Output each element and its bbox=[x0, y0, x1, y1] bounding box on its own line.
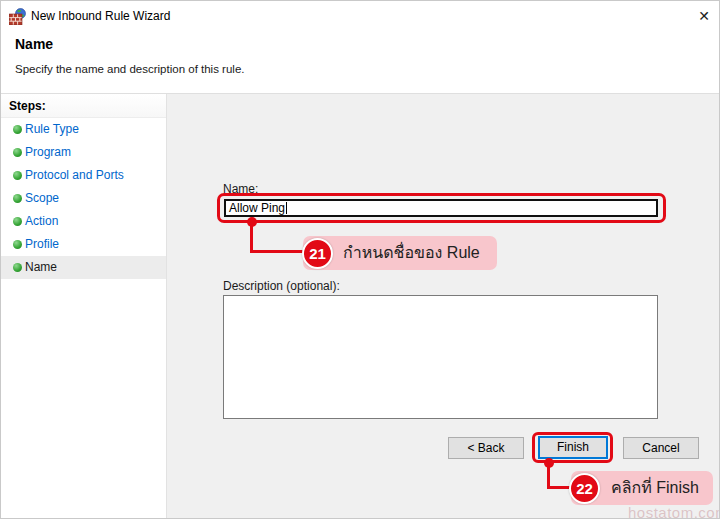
step-bullet-icon bbox=[13, 171, 22, 180]
finish-button[interactable]: Finish bbox=[538, 436, 608, 459]
sidebar-item-protocol-and-ports[interactable]: Protocol and Ports bbox=[1, 164, 166, 187]
sidebar-item-label: Protocol and Ports bbox=[25, 164, 124, 187]
step-bullet-icon bbox=[13, 194, 22, 203]
step-bullet-icon bbox=[13, 125, 22, 134]
description-textarea[interactable] bbox=[223, 295, 658, 419]
description-field-label: Description (optional): bbox=[223, 279, 340, 293]
step-bullet-icon bbox=[13, 240, 22, 249]
sidebar-item-label: Action bbox=[25, 210, 58, 233]
sidebar-item-action[interactable]: Action bbox=[1, 210, 166, 233]
sidebar-item-label: Program bbox=[25, 141, 71, 164]
annotation-connector-line-21 bbox=[250, 250, 305, 253]
name-input[interactable]: Allow Ping bbox=[224, 199, 658, 217]
sidebar-item-label: Rule Type bbox=[25, 118, 79, 141]
sidebar-item-label: Scope bbox=[25, 187, 59, 210]
callout-21-badge: 21 bbox=[302, 238, 333, 269]
page-subtitle: Specify the name and description of this… bbox=[15, 63, 245, 75]
firewall-icon bbox=[9, 8, 27, 25]
new-inbound-rule-wizard-window: New Inbound Rule Wizard ✕ Name Specify t… bbox=[0, 0, 720, 519]
callout-22-badge: 22 bbox=[569, 473, 600, 504]
step-bullet-icon bbox=[13, 263, 22, 272]
sidebar-item-program[interactable]: Program bbox=[1, 141, 166, 164]
steps-sidebar: Steps: Rule Type Program Protocol and Po… bbox=[1, 94, 167, 519]
close-icon[interactable]: ✕ bbox=[691, 5, 717, 27]
sidebar-item-label: Name bbox=[25, 256, 57, 279]
step-bullet-icon bbox=[13, 148, 22, 157]
cancel-button[interactable]: Cancel bbox=[623, 437, 699, 459]
wizard-body: Steps: Rule Type Program Protocol and Po… bbox=[1, 94, 720, 519]
name-input-value: Allow Ping bbox=[229, 201, 285, 215]
step-bullet-icon bbox=[13, 217, 22, 226]
back-button[interactable]: < Back bbox=[448, 437, 524, 459]
watermark: hostatom.com bbox=[628, 504, 720, 519]
titlebar: New Inbound Rule Wizard ✕ bbox=[1, 1, 720, 31]
wizard-header: Name Specify the name and description of… bbox=[1, 31, 720, 94]
sidebar-item-scope[interactable]: Scope bbox=[1, 187, 166, 210]
sidebar-item-label: Profile bbox=[25, 233, 59, 256]
page-title: Name bbox=[15, 36, 53, 52]
text-caret bbox=[286, 202, 287, 214]
sidebar-item-profile[interactable]: Profile bbox=[1, 233, 166, 256]
window-title: New Inbound Rule Wizard bbox=[31, 9, 170, 23]
sidebar-item-rule-type[interactable]: Rule Type bbox=[1, 118, 166, 141]
steps-heading: Steps: bbox=[1, 94, 166, 118]
sidebar-item-name[interactable]: Name bbox=[1, 256, 166, 279]
annotation-connector-line-21 bbox=[250, 222, 253, 253]
